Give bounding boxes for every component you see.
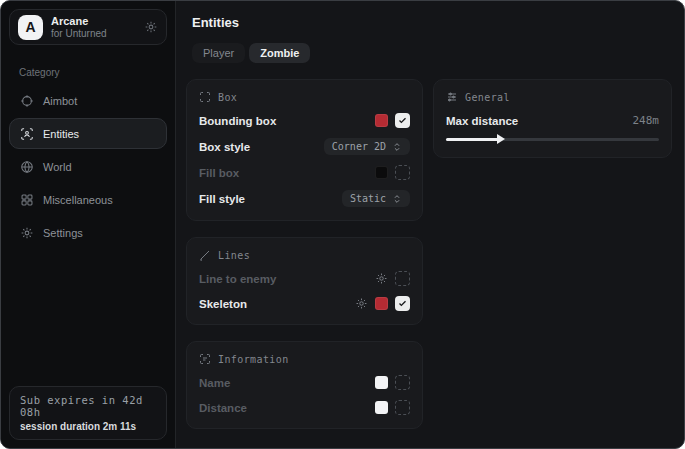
setting-label: Fill style xyxy=(199,193,245,205)
arcane-window: A Arcane for Unturned Category AimbotEnt… xyxy=(0,0,685,449)
grid-icon xyxy=(20,193,34,207)
color-swatch[interactable] xyxy=(375,166,388,179)
checkbox[interactable] xyxy=(395,296,410,311)
card-title: General xyxy=(465,92,510,103)
setting-label: Fill box xyxy=(199,167,239,179)
checkbox[interactable] xyxy=(395,400,410,415)
sidebar-item-label: Aimbot xyxy=(43,95,77,107)
select-button[interactable]: Corner 2D xyxy=(324,138,410,155)
crosshair-icon xyxy=(20,94,34,108)
app-subtitle: for Unturned xyxy=(51,28,136,39)
select-value: Static xyxy=(350,193,386,204)
setting-controls xyxy=(375,400,410,415)
max-distance-slider[interactable] xyxy=(446,135,659,144)
setting-label: Max distance xyxy=(446,115,518,127)
setting-controls: Corner 2D xyxy=(324,138,410,155)
checkbox[interactable] xyxy=(395,165,410,180)
card-box: BoxBounding boxBox styleCorner 2DFill bo… xyxy=(186,79,423,221)
sidebar-item-miscellaneous[interactable]: Miscellaneous xyxy=(9,184,167,215)
setting-label: Box style xyxy=(199,141,250,153)
gear-icon[interactable] xyxy=(144,20,158,34)
setting-row: Max distance248m xyxy=(446,113,659,128)
setting-label: Bounding box xyxy=(199,115,276,127)
card-title: Box xyxy=(218,92,237,103)
setting-row: Box styleCorner 2D xyxy=(199,138,410,155)
setting-row: Distance xyxy=(199,400,410,415)
slider-fill xyxy=(446,138,499,141)
setting-row: Fill box xyxy=(199,165,410,180)
setting-label: Distance xyxy=(199,402,247,414)
subscription-card: Sub expires in 42d 08h session duration … xyxy=(9,386,167,440)
color-swatch[interactable] xyxy=(375,297,388,310)
card-information: InformationNameDistance xyxy=(186,341,423,429)
setting-row: Bounding box xyxy=(199,113,410,128)
select-value: Corner 2D xyxy=(332,141,386,152)
chevrons-up-down-icon xyxy=(392,142,402,152)
logo-card: A Arcane for Unturned xyxy=(9,9,167,45)
check-icon xyxy=(398,299,407,308)
setting-value: 248m xyxy=(633,114,660,127)
color-swatch[interactable] xyxy=(375,114,388,127)
right-column: GeneralMax distance248m xyxy=(433,79,672,158)
checkbox[interactable] xyxy=(395,375,410,390)
setting-label: Name xyxy=(199,377,230,389)
session-duration-text: session duration 2m 11s xyxy=(20,421,156,432)
card-lines: LinesLine to enemySkeleton xyxy=(186,237,423,325)
setting-controls: Static xyxy=(342,190,410,207)
pencil-line-icon xyxy=(199,249,211,261)
tab-zombie[interactable]: Zombie xyxy=(249,43,310,63)
color-swatch[interactable] xyxy=(375,376,388,389)
card-title: Information xyxy=(218,354,289,365)
checkbox[interactable] xyxy=(395,271,410,286)
app-logo: A xyxy=(18,15,43,40)
setting-controls xyxy=(375,375,410,390)
tab-player[interactable]: Player xyxy=(192,43,245,63)
gear-icon[interactable] xyxy=(375,272,388,285)
slider-thumb[interactable] xyxy=(497,134,505,144)
app-title: Arcane xyxy=(51,15,136,27)
content: BoxBounding boxBox styleCorner 2DFill bo… xyxy=(186,79,672,429)
sliders-icon xyxy=(446,91,458,103)
check-icon xyxy=(398,116,407,125)
main-panel: Entities PlayerZombie BoxBounding boxBox… xyxy=(176,1,684,448)
card-header: Lines xyxy=(199,249,410,261)
scan-person-icon xyxy=(20,127,34,141)
sidebar-item-label: World xyxy=(43,161,72,173)
sidebar-item-settings[interactable]: Settings xyxy=(9,217,167,248)
setting-controls xyxy=(375,113,410,128)
sidebar-nav: AimbotEntitiesWorldMiscellaneousSettings xyxy=(1,84,175,249)
setting-controls xyxy=(375,165,410,180)
setting-controls xyxy=(355,296,410,311)
sidebar-item-aimbot[interactable]: Aimbot xyxy=(9,85,167,116)
color-swatch[interactable] xyxy=(375,401,388,414)
gear-icon[interactable] xyxy=(355,297,368,310)
setting-controls: 248m xyxy=(633,114,660,127)
sub-expiry-text: Sub expires in 42d 08h xyxy=(20,394,156,418)
page-title: Entities xyxy=(192,15,672,30)
checkbox[interactable] xyxy=(395,113,410,128)
entity-tabs: PlayerZombie xyxy=(192,43,672,63)
globe-icon xyxy=(20,160,34,174)
sidebar-item-world[interactable]: World xyxy=(9,151,167,182)
setting-row: Name xyxy=(199,375,410,390)
select-button[interactable]: Static xyxy=(342,190,410,207)
setting-controls xyxy=(375,271,410,286)
sidebar-item-label: Miscellaneous xyxy=(43,194,113,206)
setting-row: Line to enemy xyxy=(199,271,410,286)
setting-row: Skeleton xyxy=(199,296,410,311)
scan-text-icon xyxy=(199,353,211,365)
card-title: Lines xyxy=(218,250,250,261)
left-column: BoxBounding boxBox styleCorner 2DFill bo… xyxy=(186,79,423,429)
card-header: Information xyxy=(199,353,410,365)
sidebar: A Arcane for Unturned Category AimbotEnt… xyxy=(1,1,176,448)
setting-label: Skeleton xyxy=(199,298,247,310)
card-header: Box xyxy=(199,91,410,103)
card-general: GeneralMax distance248m xyxy=(433,79,672,158)
setting-label: Line to enemy xyxy=(199,273,276,285)
scan-icon xyxy=(199,91,211,103)
setting-row: Fill styleStatic xyxy=(199,190,410,207)
sidebar-item-entities[interactable]: Entities xyxy=(9,118,167,149)
gear-icon xyxy=(20,226,34,240)
logo-text: Arcane for Unturned xyxy=(51,15,136,39)
card-header: General xyxy=(446,91,659,103)
